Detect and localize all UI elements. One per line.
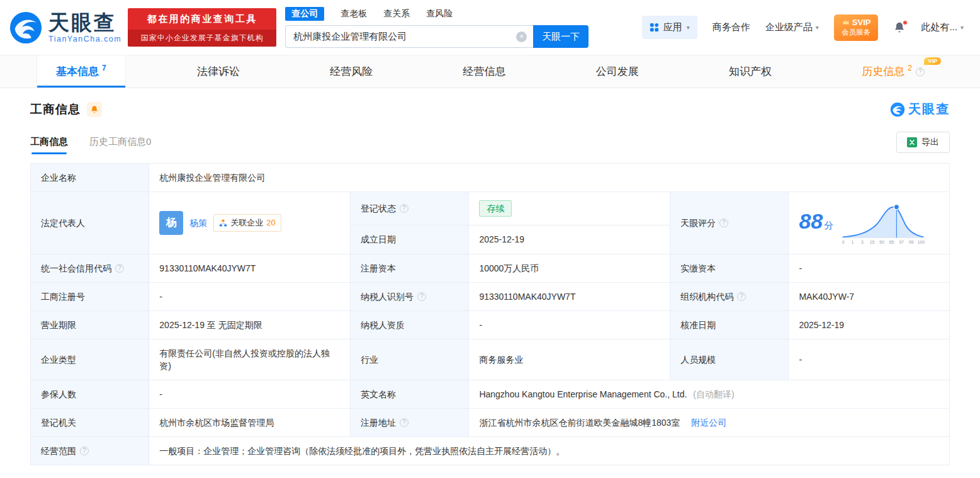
credit-code-value: 91330110MAK40JYW7T <box>149 254 351 283</box>
svg-text:99: 99 <box>909 240 914 244</box>
notifications-bell-icon[interactable] <box>893 21 906 34</box>
svg-text:50: 50 <box>880 240 885 244</box>
tianyancha-logo-icon <box>9 11 43 45</box>
org-chart-icon <box>219 219 227 227</box>
english-name-cell: Hangzhou Kangtou Enterprise Management C… <box>469 380 950 409</box>
search-box: × 天眼一下 <box>285 25 589 48</box>
promo-banner: 都在用的商业查询工具 国家中小企业发展子基金旗下机构 <box>128 8 276 47</box>
nav-enterprise-products[interactable]: 企业级产品 ▾ <box>765 21 819 33</box>
business-info-table: 企业名称 杭州康投企业管理有限公司 法定代表人 杨 杨策 关联企 <box>30 163 950 465</box>
svg-text:97: 97 <box>899 240 904 244</box>
related-companies-badge[interactable]: 关联企业 20 <box>213 214 281 232</box>
field-label-business-term: 营业期限 <box>31 311 149 339</box>
tab-intellectual-property[interactable]: 知识产权 <box>710 55 791 88</box>
clear-icon[interactable]: × <box>516 31 527 42</box>
legal-rep-name-link[interactable]: 杨策 <box>189 217 207 229</box>
apps-label: 应用 <box>663 21 682 33</box>
tab-operating-info[interactable]: 经营信息 <box>444 55 524 88</box>
tab-legal-proceedings[interactable]: 法律诉讼 <box>178 55 259 88</box>
company-section-tabs: 基本信息 7 法律诉讼 经营风险 经营信息 公司发展 知识产权 VIP 历史信息… <box>0 55 980 88</box>
user-menu[interactable]: 此处有... ▾ <box>921 21 964 33</box>
reg-capital-value: 10000万人民币 <box>469 254 670 283</box>
company-name-value: 杭州康投企业管理有限公司 <box>149 164 950 192</box>
help-icon[interactable]: ? <box>400 204 408 213</box>
subtab-business-info[interactable]: 工商信息 <box>30 136 68 149</box>
svg-text:0: 0 <box>842 240 845 244</box>
watermark-logo: 天眼查 <box>890 101 950 118</box>
tab-company-development[interactable]: 公司发展 <box>577 55 658 88</box>
field-label-company-type: 企业类型 <box>31 339 149 380</box>
field-label-insured-count: 参保人数 <box>31 380 149 409</box>
svip-member-button[interactable]: SVIP 会员服务 <box>834 14 879 41</box>
search-button[interactable]: 天眼一下 <box>533 25 589 48</box>
vip-badge: VIP <box>924 57 941 65</box>
search-tab-risk[interactable]: 查风险 <box>426 8 453 20</box>
excel-icon <box>907 137 917 147</box>
help-icon[interactable]: ? <box>737 292 746 301</box>
tab-count: 7 <box>102 64 106 72</box>
tab-count: 2 <box>908 64 912 72</box>
nearby-companies-link[interactable]: 附近公司 <box>691 418 726 428</box>
search-tab-relation[interactable]: 查关系 <box>383 8 410 20</box>
search-input[interactable] <box>286 26 533 47</box>
taxpayer-id-value: 91330110MAK40JYW7T <box>469 283 670 311</box>
tianyancha-logo-icon <box>890 102 905 117</box>
tianyancha-logo[interactable]: 天眼查 TianYanCha.com <box>9 11 121 45</box>
svg-text:100: 100 <box>918 240 925 244</box>
insured-count-value: - <box>149 380 351 409</box>
tab-history-info[interactable]: VIP 历史信息 2 ? <box>843 55 943 88</box>
help-icon[interactable]: ? <box>916 67 925 76</box>
help-icon[interactable]: ? <box>115 264 124 273</box>
promo-banner-line2: 国家中小企业发展子基金旗下机构 <box>128 30 276 47</box>
chevron-down-icon: ▾ <box>687 24 690 31</box>
export-button[interactable]: 导出 <box>896 132 950 153</box>
tianyan-score: 88分 0 1 3 15 50 85 97 99 <box>799 200 939 246</box>
chevron-down-icon: ▾ <box>816 24 819 31</box>
page-title: 工商信息 <box>30 101 81 118</box>
score-value: 88 <box>799 209 823 233</box>
help-icon[interactable]: ? <box>719 219 728 227</box>
field-label-establish-date: 成立日期 <box>351 225 469 254</box>
reg-address-value: 浙江省杭州市余杭区仓前街道欧美金融城8幢1803室 <box>479 418 680 428</box>
reg-authority-value: 杭州市余杭区市场监督管理局 <box>149 409 351 437</box>
table-row: 参保人数 - 英文名称 Hangzhou Kangtou Enterprise … <box>31 380 950 409</box>
tab-basic-info[interactable]: 基本信息 7 <box>37 55 126 88</box>
app-grid-icon <box>650 23 659 32</box>
chevron-down-icon: ▾ <box>960 24 964 31</box>
field-label-staff-size: 人员规模 <box>670 339 789 380</box>
section-header: 工商信息 天眼查 <box>30 101 950 118</box>
header-right: 应用 ▾ 商务合作 企业级产品 ▾ SVIP 会员服务 此处有... ▾ <box>642 14 964 41</box>
subtab-history-business-info[interactable]: 历史工商信息0 <box>89 136 151 149</box>
approve-date-value: 2025-12-19 <box>789 311 950 339</box>
establish-date-value: 2025-12-19 <box>469 225 670 254</box>
promo-banner-line1: 都在用的商业查询工具 <box>128 8 276 30</box>
brand-domain: TianYanCha.com <box>48 35 121 43</box>
reg-address-cell: 浙江省杭州市余杭区仓前街道欧美金融城8幢1803室 附近公司 <box>469 409 950 437</box>
avatar[interactable]: 杨 <box>159 211 183 235</box>
apps-button[interactable]: 应用 ▾ <box>642 16 697 39</box>
help-icon[interactable]: ? <box>80 447 89 455</box>
reg-status-cell: 存续 <box>469 192 670 225</box>
field-label-business-scope: 经营范围? <box>31 437 149 465</box>
field-label-org-code: 组织机构代码? <box>670 283 789 311</box>
search-tab-company[interactable]: 查公司 <box>285 7 324 21</box>
field-label-reg-address: 注册地址? <box>351 409 469 437</box>
company-type-value: 有限责任公司(非自然人投资或控股的法人独资) <box>149 339 351 380</box>
help-icon[interactable]: ? <box>400 418 408 427</box>
search-tab-boss[interactable]: 查老板 <box>341 8 367 20</box>
help-icon[interactable]: ? <box>417 292 426 301</box>
table-row: 企业名称 杭州康投企业管理有限公司 <box>31 164 950 192</box>
top-bar: 天眼查 TianYanCha.com 都在用的商业查询工具 国家中小企业发展子基… <box>0 0 980 55</box>
subscribe-bell-icon[interactable] <box>87 102 102 117</box>
tab-operating-risk[interactable]: 经营风险 <box>311 55 391 88</box>
nav-business-cooperation[interactable]: 商务合作 <box>712 21 750 33</box>
field-label-industry: 行业 <box>351 339 469 380</box>
main-content: 工商信息 天眼查 工商信息 历史工商信息0 导出 企业名称 <box>0 88 980 465</box>
table-row: 企业类型 有限责任公司(非自然人投资或控股的法人独资) 行业 商务服务业 人员规… <box>31 339 950 380</box>
field-label-company-name: 企业名称 <box>31 164 149 192</box>
table-row: 登记机关 杭州市余杭区市场监督管理局 注册地址? 浙江省杭州市余杭区仓前街道欧美… <box>31 409 950 437</box>
score-unit: 分 <box>824 220 833 230</box>
svg-text:1: 1 <box>852 240 854 244</box>
auto-translate-note: (自动翻译) <box>693 389 734 399</box>
paid-capital-value: - <box>789 254 950 283</box>
